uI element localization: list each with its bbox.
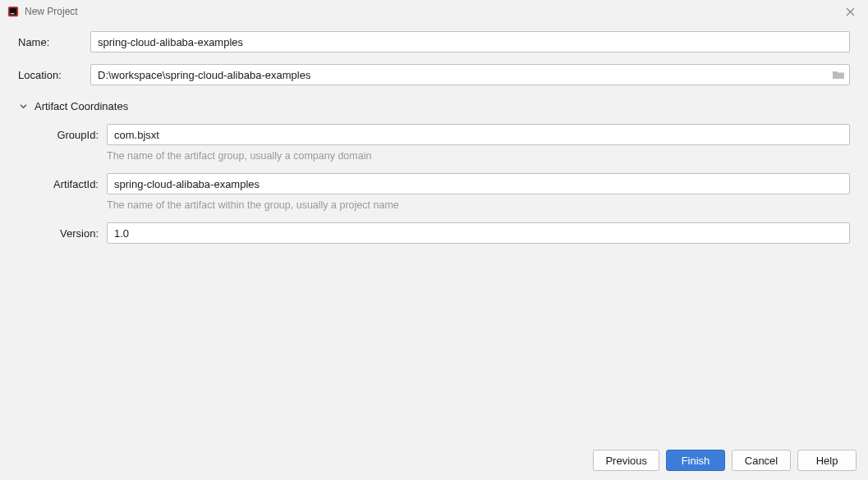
groupid-hint-row: The name of the artifact group, usually … — [43, 150, 850, 162]
finish-button[interactable]: Finish — [666, 450, 725, 471]
dialog-footer: Previous Finish Cancel Help — [0, 441, 868, 480]
artifactid-row: ArtifactId: — [43, 173, 850, 194]
window-title: New Project — [25, 6, 78, 17]
svg-rect-2 — [11, 13, 14, 14]
location-label: Location: — [18, 69, 90, 81]
name-row: Name: — [18, 31, 850, 53]
titlebar: New Project — [0, 0, 868, 23]
help-button[interactable]: Help — [797, 450, 857, 471]
groupid-hint: The name of the artifact group, usually … — [107, 150, 371, 162]
app-icon — [7, 5, 20, 18]
version-input[interactable] — [107, 222, 850, 244]
artifactid-hint: The name of the artifact within the grou… — [107, 199, 399, 211]
browse-folder-icon[interactable] — [832, 70, 845, 80]
artifactid-label: ArtifactId: — [43, 178, 107, 190]
location-row: Location: — [18, 64, 850, 85]
version-row: Version: — [43, 222, 850, 244]
close-button[interactable] — [838, 3, 861, 20]
version-label: Version: — [43, 227, 107, 240]
artifact-coordinates-section: GroupId: The name of the artifact group,… — [18, 124, 850, 249]
artifact-coordinates-toggle[interactable]: Artifact Coordinates — [20, 100, 850, 112]
name-label: Name: — [18, 36, 90, 48]
groupid-row: GroupId: — [43, 124, 850, 145]
groupid-input[interactable] — [107, 124, 850, 145]
previous-button[interactable]: Previous — [593, 450, 659, 471]
artifact-coordinates-title: Artifact Coordinates — [34, 100, 128, 112]
chevron-down-icon — [20, 102, 30, 112]
dialog-content: Name: Location: Artifact Coordinates Gro… — [0, 23, 868, 441]
artifactid-hint-row: The name of the artifact within the grou… — [43, 199, 850, 211]
cancel-button[interactable]: Cancel — [732, 450, 791, 471]
artifactid-input[interactable] — [107, 173, 850, 194]
name-input[interactable] — [90, 31, 850, 53]
location-input[interactable] — [90, 64, 850, 85]
groupid-label: GroupId: — [43, 129, 107, 141]
